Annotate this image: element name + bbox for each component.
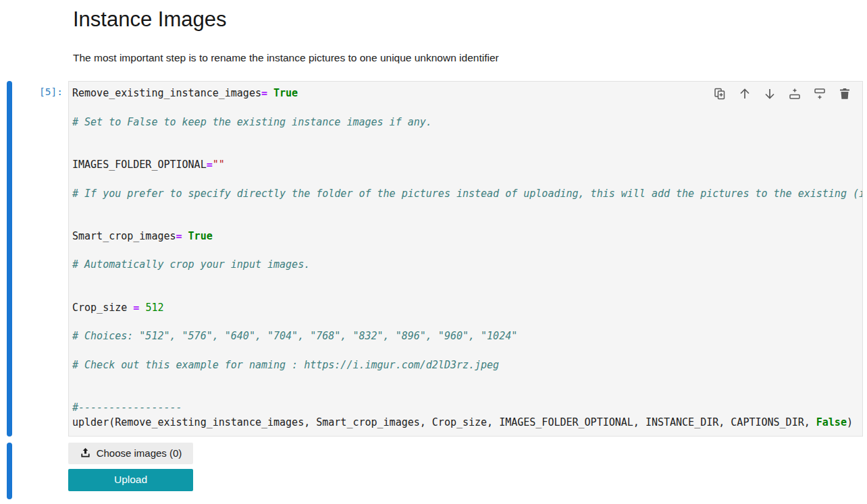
output-collapser[interactable] xyxy=(7,443,12,499)
code-line: IMAGES_FOLDER_OPTIONAL="" xyxy=(72,158,862,172)
delete-cell-button[interactable] xyxy=(838,87,851,101)
upload-button[interactable]: Upload xyxy=(68,469,193,491)
code-line xyxy=(72,387,862,401)
code-line: # Choices: "512", "576", "640", "704", "… xyxy=(72,329,862,343)
code-line xyxy=(72,215,862,229)
code-line xyxy=(72,287,862,301)
code-line: # Set to False to keep the existing inst… xyxy=(72,115,862,130)
code-line xyxy=(72,273,862,287)
insert-cell-above-button[interactable] xyxy=(788,87,802,101)
choose-images-button[interactable]: Choose images (0) xyxy=(68,443,193,464)
code-line: uplder(Remove_existing_instance_images, … xyxy=(72,416,862,430)
move-cell-up-icon xyxy=(738,87,752,101)
code-line xyxy=(72,201,862,215)
code-line xyxy=(72,372,862,387)
code-line xyxy=(72,315,862,329)
code-line: Smart_crop_images= True xyxy=(72,229,862,244)
code-line: #----------------- xyxy=(72,401,862,415)
code-line xyxy=(72,344,862,358)
code-area: Remove_existing_instance_images= True# S… xyxy=(72,86,862,430)
code-line xyxy=(72,130,862,144)
code-line: # Check out this example for naming : ht… xyxy=(72,358,862,372)
page-title: Instance Images xyxy=(73,7,867,32)
move-cell-down-icon xyxy=(763,87,777,101)
page-subtitle: The most important step is to rename the… xyxy=(73,52,867,64)
upload-tray-icon xyxy=(80,447,91,459)
code-line xyxy=(72,144,862,158)
insert-cell-below-icon xyxy=(813,87,826,101)
code-cell: [5]: Remove_existing_instance_images= Tr… xyxy=(0,81,867,437)
code-line xyxy=(72,244,862,258)
cell-output: Choose images (0) Upload xyxy=(0,443,867,499)
duplicate-cell-button[interactable] xyxy=(713,87,727,101)
delete-cell-icon xyxy=(838,87,851,101)
code-line: # Automatically crop your input images. xyxy=(72,258,862,272)
code-line: Crop_size = 512 xyxy=(72,301,862,315)
code-line xyxy=(72,172,862,186)
choose-images-label: Choose images (0) xyxy=(97,447,182,459)
insert-cell-above-icon xyxy=(788,87,802,101)
insert-cell-below-button[interactable] xyxy=(813,87,826,101)
cell-toolbar xyxy=(713,87,851,101)
cell-collapser[interactable] xyxy=(7,81,12,437)
move-cell-up-button[interactable] xyxy=(738,87,752,101)
duplicate-cell-icon xyxy=(713,87,727,101)
execution-prompt: [5]: xyxy=(12,81,68,437)
code-line xyxy=(72,101,862,115)
code-line: # If you prefer to specify directly the … xyxy=(72,187,862,201)
upload-widget-area: Choose images (0) Upload xyxy=(68,443,193,499)
move-cell-down-button[interactable] xyxy=(763,87,777,101)
code-editor[interactable]: Remove_existing_instance_images= True# S… xyxy=(68,81,863,437)
output-prompt xyxy=(12,443,68,499)
